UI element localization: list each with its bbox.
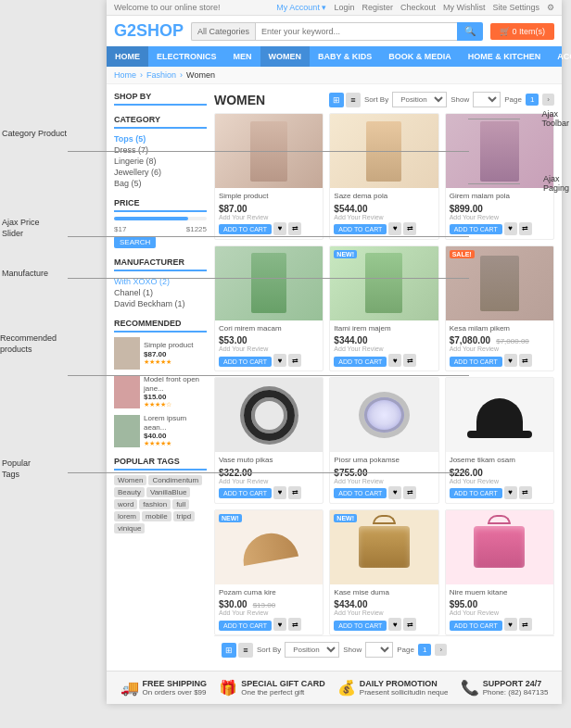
manufacturer-beckham[interactable]: David Beckham (1) bbox=[114, 298, 207, 309]
wishlist-btn-11[interactable]: ♥ bbox=[388, 618, 401, 631]
wishlist-btn-9[interactable]: ♥ bbox=[504, 486, 517, 499]
compare-btn-1[interactable]: ⇄ bbox=[288, 222, 301, 235]
add-to-cart-2[interactable]: ADD TO CART bbox=[334, 224, 387, 234]
wishlist-btn-4[interactable]: ♥ bbox=[273, 354, 286, 367]
category-jewellery[interactable]: Jewellery (6) bbox=[114, 167, 207, 178]
compare-btn-5[interactable]: ⇄ bbox=[403, 354, 416, 367]
compare-btn-4[interactable]: ⇄ bbox=[288, 354, 301, 367]
search-button[interactable]: 🔍 bbox=[457, 22, 483, 41]
add-to-cart-6[interactable]: ADD TO CART bbox=[450, 357, 502, 367]
tag-lorem[interactable]: lorem bbox=[114, 511, 140, 521]
show-select[interactable]: 12 bbox=[473, 92, 501, 107]
breadcrumb-home[interactable]: Home bbox=[114, 70, 136, 80]
logo-g2: G2 bbox=[114, 21, 136, 40]
nav-book[interactable]: BOOK & MEDIA bbox=[380, 46, 460, 67]
page-next-button[interactable]: › bbox=[542, 94, 554, 106]
add-to-cart-9[interactable]: ADD TO CART bbox=[450, 488, 502, 498]
breadcrumb-fashion[interactable]: Fashion bbox=[146, 70, 176, 80]
wishlist-link[interactable]: My Wishlist bbox=[443, 3, 486, 12]
nav-baby[interactable]: BABY & KIDS bbox=[310, 46, 380, 67]
product-info-2: Saze dema pola $544.00 Add Your Review A… bbox=[330, 188, 438, 239]
product-img-5: NEW! bbox=[330, 246, 438, 320]
wishlist-btn-3[interactable]: ♥ bbox=[504, 222, 517, 235]
settings-link[interactable]: Site Settings bbox=[492, 3, 539, 12]
login-link[interactable]: Login bbox=[334, 3, 354, 12]
nav-women[interactable]: WOMEN bbox=[260, 46, 311, 67]
grid-view-button[interactable]: ⊞ bbox=[329, 93, 344, 107]
category-lingerie[interactable]: Lingerie (8) bbox=[114, 156, 207, 167]
sort-select[interactable]: Position bbox=[392, 92, 447, 107]
tag-tripd[interactable]: tripd bbox=[173, 511, 196, 521]
compare-btn-6[interactable]: ⇄ bbox=[519, 354, 532, 367]
page-label: Page bbox=[504, 95, 522, 104]
category-tops[interactable]: Tops (5) bbox=[114, 133, 207, 144]
category-dress[interactable]: Dress (7) bbox=[114, 144, 207, 156]
compare-btn-12[interactable]: ⇄ bbox=[519, 618, 532, 631]
add-to-cart-8[interactable]: ADD TO CART bbox=[334, 488, 387, 498]
my-account-link[interactable]: My Account ▾ bbox=[276, 3, 326, 12]
bottom-page-next-button[interactable]: › bbox=[435, 644, 447, 656]
tag-full[interactable]: full bbox=[172, 499, 189, 509]
popular-tags-section: POPULAR TAGS Women Condimentum Beauty Va… bbox=[114, 457, 207, 533]
price-slider-track[interactable] bbox=[114, 217, 207, 220]
welcome-text: Welcome to our online store! bbox=[114, 3, 220, 12]
gear-icon[interactable]: ⚙ bbox=[547, 3, 554, 12]
compare-btn-8[interactable]: ⇄ bbox=[403, 486, 416, 499]
product-info-5: Itami irem majem $344.00 Add Your Review… bbox=[330, 320, 438, 371]
price-search-button[interactable]: SEARCH bbox=[114, 236, 156, 248]
bottom-grid-view-button[interactable]: ⊞ bbox=[222, 643, 236, 658]
search-input[interactable] bbox=[255, 22, 457, 41]
wishlist-btn-6[interactable]: ♥ bbox=[504, 354, 517, 367]
breadcrumb-current: Women bbox=[186, 70, 215, 80]
nav-home-kitchen[interactable]: HOME & KITCHEN bbox=[460, 46, 550, 67]
compare-btn-2[interactable]: ⇄ bbox=[403, 222, 416, 235]
tag-beauty[interactable]: Beauty bbox=[114, 487, 145, 497]
wishlist-btn-5[interactable]: ♥ bbox=[388, 354, 401, 367]
wishlist-btn-7[interactable]: ♥ bbox=[273, 486, 286, 499]
compare-btn-3[interactable]: ⇄ bbox=[519, 222, 532, 235]
wishlist-btn-2[interactable]: ♥ bbox=[388, 222, 401, 235]
rec-stars-3: ★★★★★ bbox=[144, 440, 207, 447]
cart-button[interactable]: 🛒 0 Item(s) bbox=[490, 23, 554, 40]
wishlist-btn-12[interactable]: ♥ bbox=[504, 618, 517, 631]
nav-accessories[interactable]: ACCESSORIES bbox=[549, 46, 571, 67]
tag-women[interactable]: Women bbox=[114, 475, 146, 485]
list-view-button[interactable]: ≡ bbox=[346, 93, 361, 107]
checkout-link[interactable]: Checkout bbox=[400, 3, 436, 12]
tag-vinique[interactable]: vinique bbox=[114, 523, 145, 533]
wishlist-btn-10[interactable]: ♥ bbox=[273, 618, 286, 631]
nav-electronics[interactable]: ELECTRONICS bbox=[148, 46, 225, 67]
bottom-list-view-button[interactable]: ≡ bbox=[238, 643, 253, 658]
register-link[interactable]: Register bbox=[362, 3, 393, 12]
bottom-show-select[interactable]: 12 bbox=[365, 642, 393, 658]
search-category-dropdown[interactable]: All Categories bbox=[191, 22, 255, 41]
add-to-cart-3[interactable]: ADD TO CART bbox=[450, 224, 502, 234]
add-to-cart-5[interactable]: ADD TO CART bbox=[334, 357, 387, 367]
compare-btn-11[interactable]: ⇄ bbox=[403, 618, 416, 631]
compare-btn-9[interactable]: ⇄ bbox=[519, 486, 532, 499]
tag-vanillablue[interactable]: VanillaBlue bbox=[146, 487, 190, 497]
product-name-10: Pozam cuma kire bbox=[219, 588, 319, 597]
add-to-cart-1[interactable]: ADD TO CART bbox=[219, 224, 272, 234]
bottom-sort-select[interactable]: Position bbox=[285, 642, 339, 658]
nav-home[interactable]: HOME bbox=[107, 46, 148, 67]
add-to-cart-11[interactable]: ADD TO CART bbox=[334, 621, 387, 631]
product-price-3: $899.00 bbox=[450, 204, 483, 214]
compare-btn-10[interactable]: ⇄ bbox=[288, 618, 301, 631]
nav-men[interactable]: MEN bbox=[225, 46, 260, 67]
add-to-cart-4[interactable]: ADD TO CART bbox=[219, 357, 272, 367]
tag-fashion[interactable]: fashion bbox=[139, 499, 171, 509]
tag-mobile[interactable]: mobile bbox=[142, 511, 171, 521]
tag-word[interactable]: word bbox=[114, 499, 137, 509]
bottom-page-1-button[interactable]: 1 bbox=[418, 644, 431, 656]
add-to-cart-7[interactable]: ADD TO CART bbox=[219, 488, 272, 498]
page-1-button[interactable]: 1 bbox=[526, 94, 539, 106]
add-to-cart-10[interactable]: ADD TO CART bbox=[219, 621, 272, 631]
tag-condimentum[interactable]: Condimentum bbox=[148, 475, 202, 485]
wishlist-btn-1[interactable]: ♥ bbox=[273, 222, 286, 235]
manufacturer-chanel[interactable]: Chanel (1) bbox=[114, 287, 207, 298]
category-bag[interactable]: Bag (5) bbox=[114, 178, 207, 189]
compare-btn-7[interactable]: ⇄ bbox=[288, 486, 301, 499]
add-to-cart-12[interactable]: ADD TO CART bbox=[450, 621, 502, 631]
wishlist-btn-8[interactable]: ♥ bbox=[388, 486, 401, 499]
